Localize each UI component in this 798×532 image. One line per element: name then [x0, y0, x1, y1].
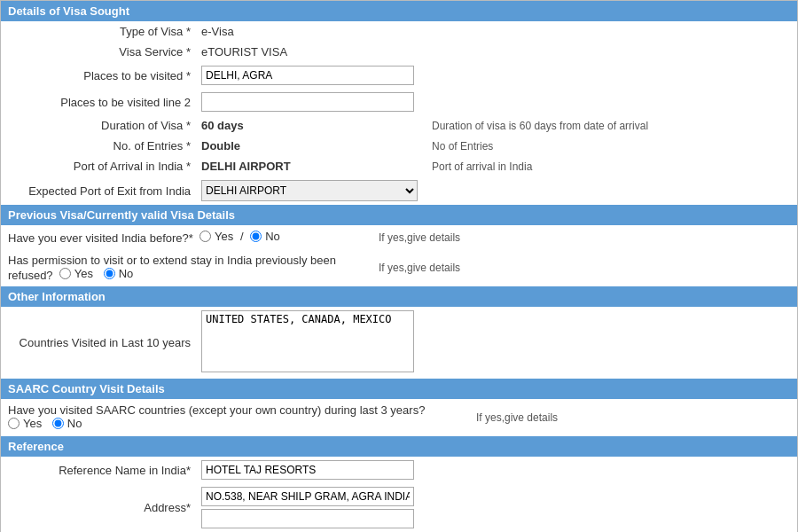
previous-visa-header: Previous Visa/Currently valid Visa Detai…: [1, 205, 797, 225]
saarc-yes-label: Yes: [23, 417, 42, 430]
visited-india-no-radio[interactable]: [250, 231, 262, 242]
port-arrival-info: Port of arrival in India: [426, 156, 797, 176]
visited-india-label: Have you ever visited India before?: [8, 231, 189, 245]
port-exit-label: Expected Port of Exit from India: [1, 176, 196, 205]
ref-name-india-cell: [196, 457, 426, 483]
duration-label: Duration of Visa *: [1, 115, 196, 136]
visited-india-info: If yes,give details: [373, 225, 797, 249]
places-visited-label: Places to be visited *: [1, 62, 196, 89]
address-india-label: Address*: [1, 483, 196, 532]
saarc-no-radio[interactable]: [52, 418, 64, 429]
visited-india-no-label: No: [265, 230, 280, 243]
countries-textarea[interactable]: UNITED STATES, CANADA, MEXICO: [201, 310, 414, 372]
no-entries-label: No. of Entries *: [1, 136, 196, 156]
saarc-question: Have you visited SAARC countries (except…: [8, 403, 425, 417]
port-arrival-label: Port of Arrival in India *: [1, 156, 196, 176]
address-india-line1-input[interactable]: [201, 487, 414, 506]
places-visited-line2-cell: [196, 89, 426, 115]
saarc-yes-radio[interactable]: [8, 418, 20, 429]
duration-info: Duration of visa is 60 days from date of…: [426, 115, 797, 136]
reference-header: Reference: [1, 436, 797, 457]
port-exit-select[interactable]: DELHI AIRPORT MUMBAI AIRPORT CHENNAI AIR…: [201, 180, 418, 201]
visited-india-radio-group: Yes / No: [200, 230, 280, 243]
countries-cell: UNITED STATES, CANADA, MEXICO: [196, 307, 426, 379]
places-visited-line2-input[interactable]: [201, 92, 414, 112]
refused-yes-label: Yes: [74, 267, 93, 280]
places-visited-cell: [196, 62, 426, 89]
address-india-line2-input[interactable]: [201, 509, 414, 528]
saarc-radio-group: Yes No: [8, 417, 82, 430]
refused-radio-group: Yes No: [59, 267, 133, 280]
refused-info: If yes,give details: [373, 249, 797, 286]
refused-label: Has permission to visit or to extend sta…: [8, 254, 336, 282]
countries-label: Countries Visited in Last 10 years: [1, 307, 196, 379]
refused-no-radio[interactable]: [104, 268, 115, 279]
type-of-visa-label: Type of Visa *: [1, 21, 196, 42]
places-visited-line2-label: Places to be visited line 2: [1, 89, 196, 115]
visited-india-yes-label: Yes: [215, 230, 233, 243]
other-info-header: Other Information: [1, 286, 797, 307]
address-india-cell: [196, 483, 426, 532]
port-arrival-value: DELHI AIRPORT: [196, 156, 426, 176]
refused-yes-radio[interactable]: [59, 268, 71, 279]
ref-name-india-label: Reference Name in India*: [1, 457, 196, 483]
saarc-no-label: No: [67, 417, 82, 430]
saarc-header: SAARC Country Visit Details: [1, 379, 797, 399]
duration-value: 60 days: [196, 115, 426, 136]
refused-no-label: No: [119, 267, 134, 280]
type-of-visa-value: e-Visa: [196, 21, 426, 42]
no-entries-info: No of Entries: [426, 136, 797, 156]
visa-details-header: Details of Visa Sought: [1, 1, 797, 21]
saarc-info: If yes,give details: [471, 399, 797, 436]
visa-service-value: eTOURIST VISA: [196, 42, 426, 62]
port-exit-cell: DELHI AIRPORT MUMBAI AIRPORT CHENNAI AIR…: [196, 176, 426, 205]
ref-name-india-input[interactable]: [201, 460, 414, 480]
visited-india-yes-radio[interactable]: [200, 231, 211, 242]
visa-service-label: Visa Service *: [1, 42, 196, 62]
no-entries-value: Double: [196, 136, 426, 156]
places-visited-input[interactable]: [201, 66, 414, 85]
